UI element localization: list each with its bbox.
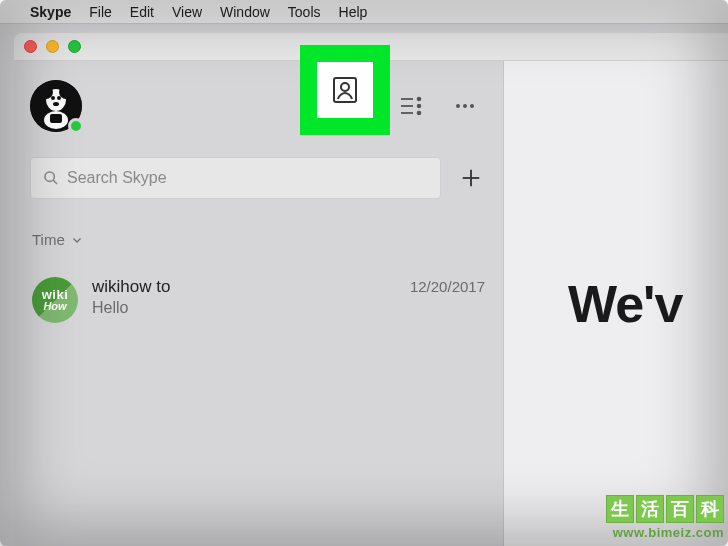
svg-point-16	[463, 104, 467, 108]
svg-rect-8	[50, 114, 62, 123]
sidebar: Time wiki How wikihow to 12/20/201	[14, 61, 504, 546]
watermark-char: 百	[666, 495, 694, 523]
plus-icon	[460, 167, 482, 189]
menu-file[interactable]: File	[89, 4, 112, 20]
svg-point-3	[59, 85, 73, 99]
more-horizontal-icon	[453, 94, 477, 118]
window-minimize-button[interactable]	[46, 40, 59, 53]
search-box[interactable]	[30, 157, 441, 199]
tutorial-highlight	[300, 45, 390, 135]
contacts-icon	[329, 74, 361, 106]
svg-point-17	[470, 104, 474, 108]
svg-point-6	[53, 102, 59, 106]
svg-point-15	[456, 104, 460, 108]
svg-point-4	[51, 96, 55, 100]
svg-point-18	[45, 172, 54, 181]
svg-point-23	[341, 83, 349, 91]
window-close-button[interactable]	[24, 40, 37, 53]
conversation-date: 12/20/2017	[410, 278, 485, 295]
app-name[interactable]: Skype	[30, 4, 71, 20]
watermark: 生 活 百 科 www.bimeiz.com	[606, 495, 724, 540]
svg-point-5	[57, 96, 61, 100]
filter-row: Time	[14, 211, 503, 259]
menu-help[interactable]: Help	[339, 4, 368, 20]
dialpad-icon	[398, 95, 424, 117]
watermark-url: www.bimeiz.com	[606, 525, 724, 540]
sidebar-topbar	[14, 61, 503, 151]
svg-point-13	[418, 105, 421, 108]
conversation-name: wikihow to	[92, 277, 170, 297]
new-chat-button[interactable]	[455, 162, 487, 194]
profile-avatar-wrap[interactable]	[30, 80, 82, 132]
watermark-char: 科	[696, 495, 724, 523]
svg-point-2	[39, 85, 53, 99]
conversation-body: wikihow to 12/20/2017 Hello	[92, 277, 485, 317]
search-input[interactable]	[67, 169, 428, 187]
svg-line-19	[53, 180, 57, 184]
menu-tools[interactable]: Tools	[288, 4, 321, 20]
contacts-button[interactable]	[317, 62, 373, 118]
watermark-chars: 生 活 百 科	[606, 495, 724, 523]
conversation-item[interactable]: wiki How wikihow to 12/20/2017 Hello	[28, 267, 489, 333]
svg-point-12	[418, 98, 421, 101]
main-panel: We'v	[504, 61, 728, 546]
menu-view[interactable]: View	[172, 4, 202, 20]
conversation-list: wiki How wikihow to 12/20/2017 Hello	[14, 259, 503, 341]
avatar-text-bottom: How	[43, 301, 66, 312]
conversation-preview: Hello	[92, 299, 485, 317]
calls-button[interactable]	[397, 92, 425, 120]
more-button[interactable]	[451, 92, 479, 120]
chevron-down-icon	[71, 234, 83, 246]
presence-online-icon	[68, 118, 84, 134]
watermark-char: 活	[636, 495, 664, 523]
window-maximize-button[interactable]	[68, 40, 81, 53]
svg-point-14	[418, 112, 421, 115]
menu-edit[interactable]: Edit	[130, 4, 154, 20]
conversation-header: wikihow to 12/20/2017	[92, 277, 485, 297]
sort-filter[interactable]: Time	[32, 231, 83, 248]
watermark-char: 生	[606, 495, 634, 523]
menu-window[interactable]: Window	[220, 4, 270, 20]
conversation-avatar: wiki How	[32, 277, 78, 323]
sort-filter-label: Time	[32, 231, 65, 248]
search-icon	[43, 170, 59, 186]
macos-menubar: Skype File Edit View Window Tools Help	[0, 0, 728, 24]
welcome-heading: We'v	[568, 274, 682, 334]
search-row	[14, 151, 503, 211]
